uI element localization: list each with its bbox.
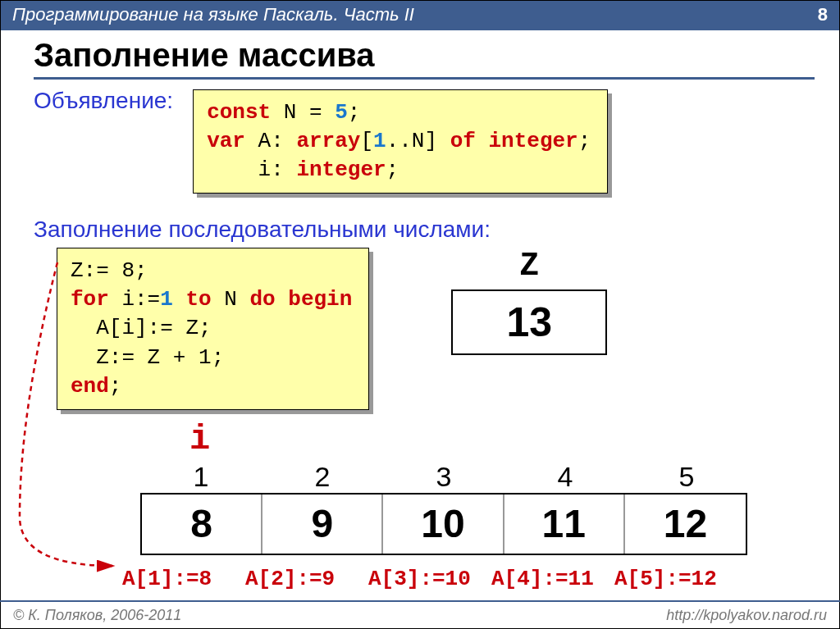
url: http://kpolyakov.narod.ru xyxy=(666,607,827,624)
array-area: 1 2 3 4 5 8 9 10 11 12 A[1]:=8 A[2]:=9 A… xyxy=(140,461,815,591)
array-row: 8 9 10 11 12 xyxy=(140,493,747,555)
z-label: Z xyxy=(451,248,607,285)
assign-cell: A[5]:=12 xyxy=(614,567,737,591)
z-box: Z 13 xyxy=(451,248,607,355)
assign-cell: A[1]:=8 xyxy=(122,567,245,591)
index-cell: 1 xyxy=(140,461,262,493)
code-declaration: const N = 5; var A: array[1..N] of integ… xyxy=(193,89,608,194)
array-cell: 12 xyxy=(625,495,746,554)
array-cell: 9 xyxy=(262,495,383,554)
copyright: © К. Поляков, 2006-2011 xyxy=(13,607,181,624)
slide-content: Заполнение массива Объявление: const N =… xyxy=(1,30,839,591)
course-title: Программирование на языке Паскаль. Часть… xyxy=(12,4,414,25)
assign-cell: A[3]:=10 xyxy=(368,567,491,591)
slide-header: Программирование на языке Паскаль. Часть… xyxy=(1,1,839,30)
index-row: 1 2 3 4 5 xyxy=(140,461,815,493)
index-cell: 5 xyxy=(626,461,747,493)
declaration-row: Объявление: const N = 5; var A: array[1.… xyxy=(34,88,815,194)
index-cell: 3 xyxy=(383,461,504,493)
code-fill: Z:= 8; for i:=1 to N do begin A[i]:= Z; … xyxy=(57,248,369,409)
array-cell: 10 xyxy=(383,495,504,554)
i-label: i xyxy=(189,420,815,459)
array-cell: 8 xyxy=(142,495,262,554)
assign-cell: A[2]:=9 xyxy=(245,567,368,591)
page-number: 8 xyxy=(818,4,828,25)
declaration-label: Объявление: xyxy=(34,88,173,114)
slide-footer: © К. Поляков, 2006-2011 http://kpolyakov… xyxy=(0,600,840,629)
index-cell: 2 xyxy=(262,461,383,493)
fill-row: Z:= 8; for i:=1 to N do begin A[i]:= Z; … xyxy=(34,248,815,409)
slide-title: Заполнение массива xyxy=(34,37,815,80)
array-cell: 11 xyxy=(504,495,625,554)
z-value: 13 xyxy=(451,289,607,355)
assign-cell: A[4]:=11 xyxy=(491,567,614,591)
assign-row: A[1]:=8 A[2]:=9 A[3]:=10 A[4]:=11 A[5]:=… xyxy=(122,567,815,591)
index-cell: 4 xyxy=(504,461,626,493)
fill-label: Заполнение последовательными числами: xyxy=(34,217,815,243)
